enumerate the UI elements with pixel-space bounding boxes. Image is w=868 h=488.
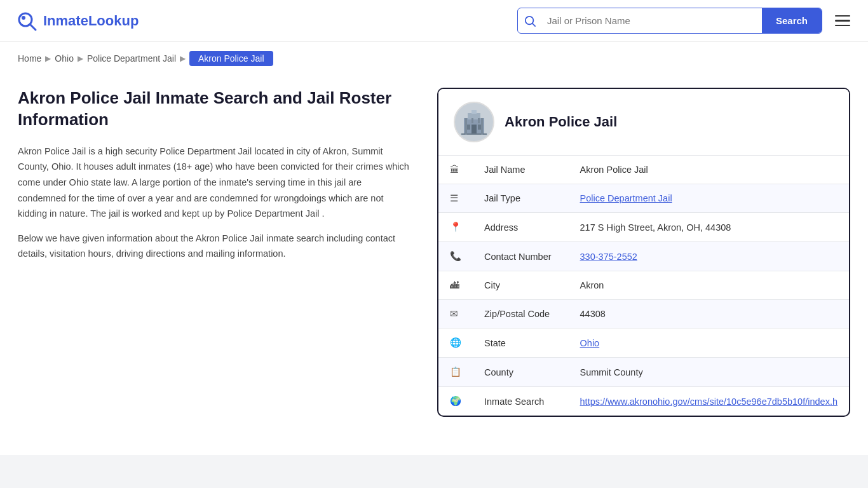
row-icon: 🌍 [438, 387, 473, 416]
row-label: Jail Type [473, 184, 569, 213]
row-value[interactable]: https://www.akronohio.gov/cms/site/10c5e… [569, 387, 849, 416]
row-icon: 🏙 [438, 271, 473, 300]
row-icon: ☰ [438, 184, 473, 213]
row-link[interactable]: Ohio [580, 338, 600, 348]
row-value[interactable]: 330-375-2552 [569, 242, 849, 271]
row-icon: 🏛 [438, 156, 473, 184]
search-button[interactable]: Search [762, 8, 822, 33]
svg-rect-14 [478, 118, 480, 123]
svg-rect-12 [465, 118, 467, 135]
table-row: 📍Address217 S High Street, Akron, OH, 44… [438, 213, 849, 242]
page-title: Akron Police Jail Inmate Search and Jail… [18, 88, 412, 131]
table-row: 📞Contact Number330-375-2552 [438, 242, 849, 271]
row-label: Zip/Postal Code [473, 300, 569, 329]
description-paragraph-1: Akron Police Jail is a high security Pol… [18, 144, 412, 222]
hamburger-menu-icon[interactable] [832, 13, 853, 29]
search-bar: Search [517, 8, 822, 34]
logo-text: InmateLookup [43, 13, 139, 29]
row-label: State [473, 329, 569, 358]
logo-link[interactable]: InmateLookup [15, 10, 139, 32]
logo-icon [15, 10, 38, 32]
card-header: Akron Police Jail [438, 89, 849, 156]
svg-point-2 [22, 16, 25, 20]
svg-rect-10 [471, 125, 477, 135]
breadcrumb-sep-2: ▶ [78, 54, 83, 63]
svg-line-4 [532, 23, 536, 26]
row-icon: 📍 [438, 213, 473, 242]
row-link[interactable]: 330-375-2552 [580, 252, 637, 262]
left-panel: Akron Police Jail Inmate Search and Jail… [18, 88, 437, 417]
breadcrumb: Home ▶ Ohio ▶ Police Department Jail ▶ A… [0, 42, 868, 75]
row-link[interactable]: Police Department Jail [580, 193, 672, 203]
main-content: Akron Police Jail Inmate Search and Jail… [0, 75, 868, 442]
breadcrumb-type[interactable]: Police Department Jail [87, 53, 176, 64]
row-icon: ✉ [438, 300, 473, 329]
info-card: Akron Police Jail 🏛Jail NameAkron Police… [437, 88, 850, 417]
site-header: InmateLookup Search [0, 0, 868, 42]
row-label: Address [473, 213, 569, 242]
description-paragraph-2: Below we have given information about th… [18, 231, 412, 262]
svg-rect-7 [471, 110, 477, 114]
breadcrumb-sep-3: ▶ [180, 54, 186, 63]
breadcrumb-sep-1: ▶ [45, 54, 51, 63]
row-icon: 🌐 [438, 329, 473, 358]
table-row: 🏙CityAkron [438, 271, 849, 300]
search-input[interactable] [542, 9, 762, 32]
row-label: Inmate Search [473, 387, 569, 416]
svg-line-1 [30, 24, 36, 30]
footer-bar [0, 455, 868, 488]
svg-rect-15 [481, 118, 483, 135]
row-label: Contact Number [473, 242, 569, 271]
search-icon [518, 15, 542, 27]
row-value: Summit County [569, 358, 849, 387]
row-value: Akron Police Jail [569, 156, 849, 184]
table-row: 🌐StateOhio [438, 329, 849, 358]
header-right: Search [517, 8, 853, 34]
svg-rect-13 [471, 118, 473, 123]
card-title: Akron Police Jail [505, 114, 617, 130]
jail-avatar [454, 102, 494, 142]
table-row: 🌍Inmate Searchhttps://www.akronohio.gov/… [438, 387, 849, 416]
row-value[interactable]: Police Department Jail [569, 184, 849, 213]
info-table: 🏛Jail NameAkron Police Jail☰Jail TypePol… [438, 156, 849, 416]
row-value: 217 S High Street, Akron, OH, 44308 [569, 213, 849, 242]
breadcrumb-current: Akron Police Jail [189, 51, 273, 66]
table-row: 📋CountySummit County [438, 358, 849, 387]
row-value: 44308 [569, 300, 849, 329]
table-row: 🏛Jail NameAkron Police Jail [438, 156, 849, 184]
row-label: Jail Name [473, 156, 569, 184]
row-value: Akron [569, 271, 849, 300]
row-label: County [473, 358, 569, 387]
row-value[interactable]: Ohio [569, 329, 849, 358]
row-link[interactable]: https://www.akronohio.gov/cms/site/10c5e… [580, 396, 837, 407]
table-row: ✉Zip/Postal Code44308 [438, 300, 849, 329]
row-label: City [473, 271, 569, 300]
breadcrumb-home[interactable]: Home [18, 53, 41, 64]
row-icon: 📞 [438, 242, 473, 271]
breadcrumb-state[interactable]: Ohio [55, 53, 74, 64]
row-icon: 📋 [438, 358, 473, 387]
table-row: ☰Jail TypePolice Department Jail [438, 184, 849, 213]
